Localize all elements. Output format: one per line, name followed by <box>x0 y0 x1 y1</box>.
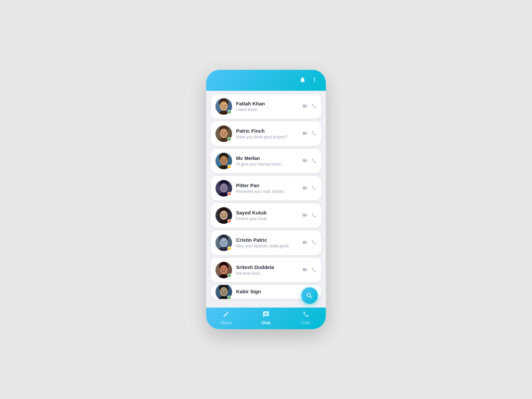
nav-item-status[interactable]: Status <box>206 311 246 325</box>
svg-point-38 <box>225 291 226 292</box>
avatar-wrapper <box>215 180 232 197</box>
svg-point-12 <box>222 160 223 161</box>
chat-info: Cristin Patric Hey, your lipsticks reall… <box>236 237 298 248</box>
avatar-wrapper <box>215 285 232 299</box>
notification-icon[interactable] <box>299 76 306 85</box>
avatar-wrapper <box>215 98 232 115</box>
svg-point-1 <box>220 101 228 111</box>
contact-name: Sayed Kutub <box>236 210 298 215</box>
svg-point-7 <box>222 132 223 133</box>
search-icon <box>306 292 313 299</box>
svg-point-26 <box>220 238 228 247</box>
calls-nav-label: Calls <box>302 321 311 325</box>
svg-point-22 <box>222 214 223 215</box>
svg-point-6 <box>220 129 228 138</box>
contact-name: Fattah Khan <box>236 101 298 106</box>
svg-point-13 <box>225 160 226 161</box>
svg-point-8 <box>225 132 226 133</box>
chat-nav-label: Chat <box>262 321 271 325</box>
phone-call-icon[interactable] <box>311 185 317 192</box>
contact-name: Pitter Pan <box>236 183 298 188</box>
message-preview: Find in your book <box>236 216 298 221</box>
svg-point-27 <box>222 241 223 242</box>
search-fab[interactable] <box>301 287 318 304</box>
chat-actions <box>302 212 317 219</box>
contact-name: Cristin Patric <box>236 237 298 243</box>
chat-actions <box>302 158 317 165</box>
avatar-wrapper <box>215 125 232 142</box>
phone-call-icon[interactable] <box>311 158 317 164</box>
svg-point-14 <box>219 165 228 169</box>
chat-list: Fattah Khan I went there.. <box>206 91 326 308</box>
video-call-icon[interactable] <box>302 103 308 110</box>
contact-name: Mc Meilan <box>236 155 298 161</box>
chat-info: Sayed Kutub Find in your book <box>236 210 298 221</box>
status-dot <box>227 137 231 141</box>
phone-call-icon[interactable] <box>311 240 317 246</box>
svg-point-19 <box>219 193 228 197</box>
chat-item[interactable]: Cristin Patric Hey, your lipsticks reall… <box>211 230 321 255</box>
status-dot <box>227 219 231 223</box>
header-actions <box>299 76 318 85</box>
message-preview: I'll give your money tomm.. <box>236 162 298 167</box>
message-preview: Received your mail, thanks <box>236 189 298 194</box>
chat-actions <box>302 130 317 137</box>
chat-item[interactable]: Fattah Khan I went there.. <box>211 94 321 119</box>
app-header <box>206 70 326 91</box>
status-dot <box>227 274 231 278</box>
message-preview: Hey, your lipsticks really good <box>236 244 298 248</box>
status-dot <box>227 165 231 169</box>
chat-info: Sritesh Duddela Kia bola tune... <box>236 264 298 276</box>
phone-call-icon[interactable] <box>311 212 317 219</box>
chat-item[interactable]: Mc Meilan I'll give your money tomm.. <box>211 149 321 173</box>
svg-point-39 <box>219 296 228 299</box>
svg-point-9 <box>219 138 228 142</box>
video-call-icon[interactable] <box>302 267 308 274</box>
video-call-icon[interactable] <box>302 239 308 246</box>
svg-point-33 <box>225 269 226 270</box>
chat-actions <box>302 185 317 192</box>
avatar-wrapper <box>215 207 232 224</box>
chat-item[interactable]: Sayed Kutub Find in your book <box>211 203 321 228</box>
avatar-wrapper <box>215 234 232 251</box>
status-nav-label: Status <box>220 321 232 325</box>
svg-point-37 <box>222 291 223 292</box>
svg-point-23 <box>225 214 226 215</box>
video-call-icon[interactable] <box>302 212 308 219</box>
nav-item-calls[interactable]: Calls <box>286 311 326 325</box>
video-call-icon[interactable] <box>302 130 308 137</box>
svg-point-21 <box>220 210 228 220</box>
phone-container: Fattah Khan I went there.. <box>206 70 326 329</box>
svg-point-31 <box>220 265 228 274</box>
contact-name: Sritesh Duddela <box>236 264 298 270</box>
chat-actions <box>302 267 317 274</box>
phone-call-icon[interactable] <box>311 131 317 137</box>
contact-name: Patric Finch <box>236 128 298 134</box>
nav-item-chat[interactable]: Chat <box>246 311 286 325</box>
video-call-icon[interactable] <box>302 158 308 165</box>
status-dot <box>227 246 231 250</box>
chat-item[interactable]: Pitter Pan Received your mail, thanks <box>211 176 321 200</box>
message-preview: I went there.. <box>236 107 298 112</box>
more-options-icon[interactable] <box>311 76 318 85</box>
svg-point-11 <box>220 156 228 165</box>
status-dot <box>227 192 231 196</box>
avatar-wrapper <box>215 262 232 278</box>
svg-point-32 <box>222 269 223 270</box>
video-call-icon[interactable] <box>302 185 308 192</box>
svg-point-18 <box>225 187 226 188</box>
status-dot <box>227 110 231 114</box>
phone-call-icon[interactable] <box>311 103 317 110</box>
chat-info: Patric Finch Have you done gout project? <box>236 128 298 139</box>
svg-point-29 <box>219 247 228 251</box>
svg-point-3 <box>225 105 226 106</box>
message-preview: Kia bola tune... <box>236 271 298 276</box>
chat-actions <box>302 103 317 110</box>
svg-point-34 <box>219 274 228 278</box>
chat-item[interactable]: Patric Finch Have you done gout project? <box>211 121 321 146</box>
bottom-nav: Status Chat Calls <box>206 308 326 329</box>
svg-point-2 <box>222 105 223 106</box>
phone-call-icon[interactable] <box>311 267 317 273</box>
svg-point-16 <box>220 183 228 193</box>
chat-item[interactable]: Sritesh Duddela Kia bola tune... <box>211 258 321 282</box>
